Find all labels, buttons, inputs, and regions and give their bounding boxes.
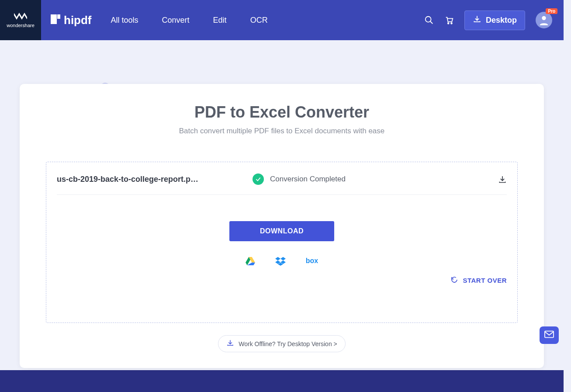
pro-badge: Pro [546, 8, 557, 14]
mail-icon [544, 330, 554, 340]
wondershare-label: wondershare [7, 23, 35, 28]
page-title: PDF to Excel Converter [46, 103, 518, 121]
box-icon[interactable]: box [306, 257, 318, 266]
hipdf-logo-icon [51, 14, 60, 26]
svg-line-8 [430, 21, 433, 24]
page-subtitle: Batch convert multiple PDF files to Exce… [46, 127, 518, 135]
svg-point-7 [426, 17, 431, 22]
feedback-fab[interactable] [540, 326, 559, 344]
offline-cta-button[interactable]: Work Offline? Try Desktop Version > [218, 335, 346, 352]
search-icon[interactable] [424, 15, 434, 25]
google-drive-icon[interactable] [246, 257, 255, 266]
download-to-desktop-icon [226, 339, 234, 348]
cloud-save-row: box [57, 257, 507, 266]
row-download-icon[interactable] [498, 175, 507, 184]
svg-marker-16 [280, 257, 286, 260]
nav-convert[interactable]: Convert [162, 16, 190, 25]
start-over-button[interactable]: START OVER [450, 276, 507, 285]
nav-links: All tools Convert Edit OCR [111, 16, 268, 25]
nav-right: Desktop Pro [424, 10, 564, 30]
dropbox-icon[interactable] [275, 257, 286, 266]
file-name: us-cb-2019-back-to-college-report.p… [57, 175, 245, 184]
svg-point-11 [542, 16, 546, 20]
offline-cta-label: Work Offline? Try Desktop Version > [239, 340, 337, 347]
main-card: PDF to Excel Converter Batch convert mul… [20, 84, 544, 368]
svg-rect-20 [545, 331, 554, 338]
file-row: us-cb-2019-back-to-college-report.p… Con… [57, 173, 507, 195]
download-to-desktop-icon [473, 15, 481, 26]
svg-rect-5 [51, 14, 57, 24]
wondershare-home-button[interactable]: wondershare [0, 0, 41, 40]
desktop-button-label: Desktop [486, 16, 517, 25]
svg-rect-6 [57, 14, 60, 19]
start-over-label: START OVER [463, 277, 507, 284]
status-text: Conversion Completed [270, 175, 346, 184]
wondershare-logo-icon [14, 12, 27, 20]
download-button[interactable]: DOWNLOAD [229, 221, 334, 241]
restart-icon [450, 276, 458, 285]
user-avatar[interactable]: Pro [536, 12, 552, 28]
desktop-download-button[interactable]: Desktop [464, 10, 525, 30]
nav-all-tools[interactable]: All tools [111, 16, 138, 25]
hipdf-brand[interactable]: hipdf [51, 14, 92, 27]
nav-edit[interactable]: Edit [213, 16, 227, 25]
svg-marker-15 [275, 257, 280, 260]
brand-text: hipdf [64, 14, 92, 27]
cart-icon[interactable] [444, 15, 454, 25]
nav-ocr[interactable]: OCR [250, 16, 268, 25]
svg-point-9 [448, 23, 449, 24]
work-area: us-cb-2019-back-to-college-report.p… Con… [46, 162, 518, 323]
file-status: Conversion Completed [253, 173, 346, 185]
avatar-icon [538, 14, 550, 26]
svg-point-10 [451, 23, 452, 24]
check-circle-icon [253, 173, 264, 185]
footer-band [0, 370, 564, 392]
top-nav: wondershare hipdf All tools Convert Edit… [0, 0, 564, 40]
